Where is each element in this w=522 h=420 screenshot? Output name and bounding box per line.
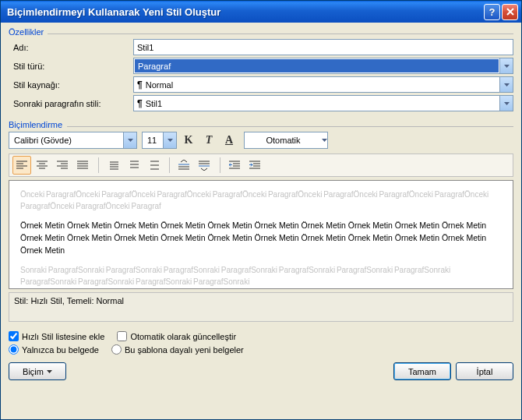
formatting-group: Biçimlendirme Calibri (Gövde) 11 K T A O… <box>9 120 513 322</box>
thisdoc-label: Yalnızca bu belgede <box>22 345 99 355</box>
spacing-medium-icon <box>128 161 139 170</box>
font-color-combo[interactable]: Otomatik <box>244 132 328 149</box>
ok-button[interactable]: Tamam <box>393 362 451 380</box>
quicklist-label: Hızlı Stil listesine ekle <box>22 332 104 341</box>
close-button[interactable] <box>502 4 518 20</box>
chevron-down-icon <box>47 370 52 373</box>
align-center-icon <box>37 161 48 170</box>
type-combo[interactable]: Paragraf <box>133 58 513 74</box>
spacing-tight-icon <box>108 161 118 170</box>
line-spacing-15-button[interactable] <box>124 156 143 175</box>
space-before-icon <box>178 160 189 171</box>
window-title: Biçimlendirmeyi Kullanarak Yeni Stil Olu… <box>7 6 482 18</box>
titlebar: Biçimlendirmeyi Kullanarak Yeni Stil Olu… <box>1 1 521 23</box>
template-label: Bu şablona dayalı yeni belgeler <box>125 345 244 355</box>
preview-sample: Örnek Metin Örnek Metin Örnek Metin Örne… <box>20 220 502 256</box>
indent-increase-icon <box>249 161 260 170</box>
type-label: Stil türü: <box>9 62 133 71</box>
chevron-down-icon <box>499 77 513 92</box>
font-size-combo[interactable]: 11 <box>142 132 177 149</box>
font-name-value: Calibri (Gövde) <box>9 136 123 145</box>
name-label: Adı: <box>9 43 133 52</box>
properties-group: Özellikler Adı: Stil türü: Paragraf Stil… <box>9 27 513 114</box>
preview-after: Sonraki ParagrafSonraki ParagrafSonraki … <box>20 264 502 288</box>
source-value: Normal <box>146 80 173 90</box>
next-value: Stil1 <box>146 99 162 108</box>
chevron-down-icon <box>163 132 176 148</box>
space-before-inc-button[interactable] <box>175 156 193 175</box>
indent-decrease-icon <box>229 161 240 170</box>
line-spacing-2-button[interactable] <box>144 156 163 175</box>
help-button[interactable]: ? <box>484 4 500 20</box>
align-left-button[interactable] <box>12 156 31 175</box>
align-justify-icon <box>77 161 88 170</box>
pilcrow-icon: ¶ <box>137 98 143 109</box>
quicklist-check[interactable]: Hızlı Stil listesine ekle <box>9 331 104 341</box>
options-area: Hızlı Stil listesine ekle Otomatik olara… <box>9 331 513 355</box>
source-combo[interactable]: ¶Normal <box>133 76 513 93</box>
preview-before: Önceki ParagrafÖnceki ParagrafÖnceki Par… <box>20 189 502 212</box>
pilcrow-icon: ¶ <box>137 79 143 90</box>
format-label: Biçim <box>23 367 44 376</box>
thisdoc-radio[interactable]: Yalnızca bu belgede <box>9 344 99 355</box>
space-after-icon <box>199 160 210 171</box>
font-toolbar: Calibri (Gövde) 11 K T A Otomatik <box>9 132 513 149</box>
align-right-button[interactable] <box>53 156 72 175</box>
font-name-combo[interactable]: Calibri (Gövde) <box>9 132 137 149</box>
close-icon <box>506 8 514 16</box>
format-button[interactable]: Biçim <box>9 362 66 380</box>
align-left-icon <box>16 161 27 170</box>
align-center-button[interactable] <box>33 156 51 175</box>
increase-indent-button[interactable] <box>245 156 264 175</box>
autoupdate-check[interactable]: Otomatik olarak güncelleştir <box>117 331 236 341</box>
next-label: Sonraki paragrafın stili: <box>9 99 133 108</box>
chevron-down-icon <box>499 58 513 73</box>
formatting-legend: Biçimlendirme <box>9 120 62 129</box>
chevron-down-icon <box>499 96 513 111</box>
align-right-icon <box>57 161 68 170</box>
italic-button[interactable]: T <box>200 132 217 149</box>
cancel-button[interactable]: İptal <box>456 362 513 380</box>
spacing-wide-icon <box>148 161 159 170</box>
font-color-value: Otomatik <box>245 136 322 145</box>
paragraph-toolbar <box>9 154 513 177</box>
line-spacing-1-button[interactable] <box>104 156 122 175</box>
autoupdate-label: Otomatik olarak güncelleştir <box>130 332 236 341</box>
underline-button[interactable]: A <box>220 132 238 149</box>
align-justify-button[interactable] <box>73 156 92 175</box>
name-input[interactable] <box>133 39 513 55</box>
template-radio[interactable]: Bu şablona dayalı yeni belgeler <box>111 344 244 355</box>
type-value: Paragraf <box>138 62 171 71</box>
source-label: Stil kaynağı: <box>9 80 133 90</box>
next-combo[interactable]: ¶Stil1 <box>133 95 513 111</box>
style-description: Stil: Hızlı Stil, Temeli: Normal <box>9 292 513 322</box>
decrease-indent-button[interactable] <box>225 156 244 175</box>
bold-button[interactable]: K <box>180 132 197 149</box>
preview-box: Önceki ParagrafÖnceki ParagrafÖnceki Par… <box>9 180 513 289</box>
font-size-value: 11 <box>143 136 163 145</box>
chevron-down-icon <box>123 132 136 148</box>
chevron-down-icon <box>322 139 327 142</box>
properties-legend: Özellikler <box>9 27 44 37</box>
space-before-dec-button[interactable] <box>195 156 213 175</box>
